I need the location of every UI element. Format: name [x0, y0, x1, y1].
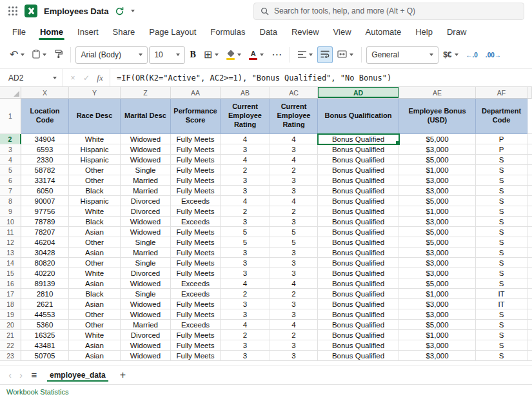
cell-X16[interactable]: 89139 — [21, 278, 69, 289]
cell-Z20[interactable]: Married — [121, 320, 171, 330]
cell-AD17[interactable]: Bonus Qualified — [318, 289, 399, 299]
enter-icon[interactable]: ✓ — [80, 73, 93, 83]
cell-X21[interactable]: 16325 — [21, 330, 69, 340]
column-header-Z[interactable]: Z — [121, 87, 171, 99]
cell-AD18[interactable]: Bonus Qualified — [318, 299, 399, 309]
cell-X3[interactable]: 6593 — [21, 144, 69, 155]
cell-Y10[interactable]: Black — [69, 217, 121, 227]
cell-AD23[interactable]: Bonus Qualified — [318, 351, 399, 361]
cell-X19[interactable]: 44553 — [21, 309, 69, 320]
cell-AB8[interactable]: 4 — [221, 196, 270, 206]
cell-AE17[interactable]: $1,000 — [399, 289, 476, 299]
merge-cells-button[interactable] — [334, 46, 357, 63]
cell-AB9[interactable]: 2 — [221, 206, 270, 217]
cell-AC7[interactable]: 3 — [270, 186, 318, 196]
cell-AE19[interactable]: $3,000 — [399, 309, 476, 320]
font-color-button[interactable]: A — [246, 46, 267, 63]
title-dropdown-chevron-icon[interactable] — [131, 10, 135, 12]
menu-data[interactable]: Data — [253, 22, 284, 41]
cell-AE1[interactable]: Employee Bonus (USD) — [399, 99, 476, 134]
cell-AE9[interactable]: $1,000 — [399, 206, 476, 217]
cell-AF1[interactable]: Department Code — [476, 99, 527, 134]
row-header-3[interactable]: 3 — [0, 144, 21, 155]
cell-AD6[interactable]: Bonus Qualified — [318, 175, 399, 186]
cell-AD3[interactable]: Bonus Qualified — [318, 144, 399, 155]
row-header-18[interactable]: 18 — [0, 299, 21, 309]
row-header-15[interactable]: 15 — [0, 268, 21, 278]
cell-Y23[interactable]: Asian — [69, 351, 121, 361]
cell-AE21[interactable]: $1,000 — [399, 330, 476, 340]
cell-Z14[interactable]: Single — [121, 258, 171, 268]
cell-Z8[interactable]: Divorced — [121, 196, 171, 206]
cell-AF19[interactable]: S — [476, 309, 527, 320]
cell-AE13[interactable]: $3,000 — [399, 248, 476, 258]
cell-AA5[interactable]: Fully Meets — [171, 165, 221, 175]
menu-view[interactable]: View — [326, 22, 359, 41]
cell-AD16[interactable]: Bonus Qualified — [318, 278, 399, 289]
cell-AC17[interactable]: 2 — [270, 289, 318, 299]
cell-AF10[interactable]: S — [476, 217, 527, 227]
cell-Z1[interactable]: Marital Desc — [121, 99, 171, 134]
cell-X5[interactable]: 58782 — [21, 165, 69, 175]
cell-AC20[interactable]: 4 — [270, 320, 318, 330]
column-header-Y[interactable]: Y — [69, 87, 121, 99]
cell-Z17[interactable]: Single — [121, 289, 171, 299]
cell-AB18[interactable]: 3 — [221, 299, 270, 309]
menu-review[interactable]: Review — [284, 22, 326, 41]
borders-button[interactable]: ⊞ — [201, 46, 222, 63]
cell-AF6[interactable]: S — [476, 175, 527, 186]
cell-AF3[interactable]: P — [476, 144, 527, 155]
select-all-button[interactable] — [0, 87, 21, 99]
cell-X4[interactable]: 2330 — [21, 155, 69, 165]
undo-button[interactable]: ↶ — [6, 46, 28, 63]
cell-Y2[interactable]: White — [69, 134, 121, 144]
cell-AC6[interactable]: 3 — [270, 175, 318, 186]
cell-Y7[interactable]: Black — [69, 186, 121, 196]
column-header-X[interactable]: X — [21, 87, 69, 99]
cell-AA15[interactable]: Fully Meets — [171, 268, 221, 278]
cell-AE14[interactable]: $3,000 — [399, 258, 476, 268]
cell-X11[interactable]: 78207 — [21, 227, 69, 237]
cell-X1[interactable]: Location Code — [21, 99, 69, 134]
cell-AF5[interactable]: S — [476, 165, 527, 175]
cell-AF2[interactable]: P — [476, 134, 527, 144]
cell-AE11[interactable]: $5,000 — [399, 227, 476, 237]
row-header-5[interactable]: 5 — [0, 165, 21, 175]
cell-AB10[interactable]: 3 — [221, 217, 270, 227]
sheet-nav-left-icon[interactable]: ‹ — [5, 370, 15, 380]
cell-AD19[interactable]: Bonus Qualified — [318, 309, 399, 320]
cell-AC8[interactable]: 4 — [270, 196, 318, 206]
cell-AC12[interactable]: 5 — [270, 237, 318, 248]
cell-AD7[interactable]: Bonus Qualified — [318, 186, 399, 196]
cell-AD15[interactable]: Bonus Qualified — [318, 268, 399, 278]
cell-AD1[interactable]: Bonus Qualification — [318, 99, 399, 134]
cell-Y4[interactable]: Hispanic — [69, 155, 121, 165]
cell-AA23[interactable]: Fully Meets — [171, 351, 221, 361]
currency-format-button[interactable]: $€ — [440, 46, 461, 63]
cell-AC21[interactable]: 2 — [270, 330, 318, 340]
align-button[interactable] — [295, 46, 316, 63]
workbook-statistics-link[interactable]: Workbook Statistics — [6, 388, 68, 396]
cell-Y5[interactable]: Other — [69, 165, 121, 175]
document-title[interactable]: Employees Data — [44, 6, 108, 16]
cell-AC23[interactable]: 3 — [270, 351, 318, 361]
row-header-4[interactable]: 4 — [0, 155, 21, 165]
cell-AB20[interactable]: 4 — [221, 320, 270, 330]
menu-insert[interactable]: Insert — [70, 22, 106, 41]
cell-Z12[interactable]: Single — [121, 237, 171, 248]
row-header-14[interactable]: 14 — [0, 258, 21, 268]
cell-AA13[interactable]: Fully Meets — [171, 248, 221, 258]
row-header-16[interactable]: 16 — [0, 278, 21, 289]
cell-X18[interactable]: 2621 — [21, 299, 69, 309]
cell-AE16[interactable]: $5,000 — [399, 278, 476, 289]
cell-AB1[interactable]: Current Employee Rating — [221, 99, 270, 134]
cell-AA4[interactable]: Fully Meets — [171, 155, 221, 165]
cell-AE18[interactable]: $3,000 — [399, 299, 476, 309]
cell-AC14[interactable]: 3 — [270, 258, 318, 268]
cell-AC15[interactable]: 3 — [270, 268, 318, 278]
row-header-13[interactable]: 13 — [0, 248, 21, 258]
fill-color-button[interactable] — [223, 46, 244, 63]
cell-AD13[interactable]: Bonus Qualified — [318, 248, 399, 258]
cell-X17[interactable]: 2810 — [21, 289, 69, 299]
row-header-22[interactable]: 22 — [0, 340, 21, 351]
